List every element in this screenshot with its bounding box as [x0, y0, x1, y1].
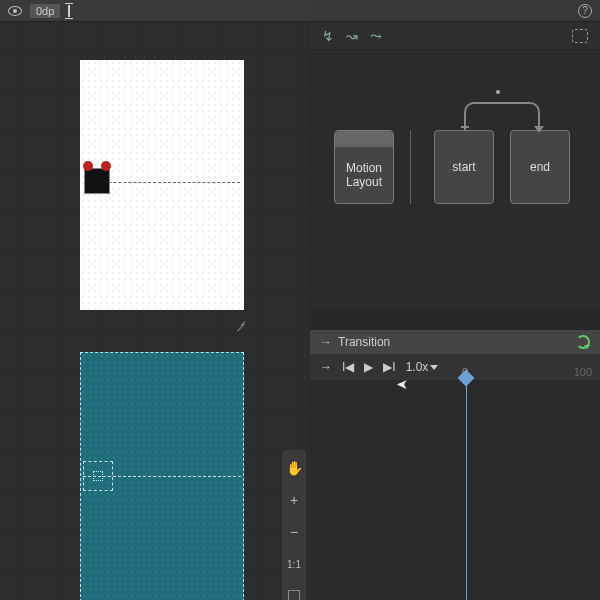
- start-constraintset-node[interactable]: start: [434, 130, 494, 204]
- blueprint-widget-center: [93, 471, 103, 481]
- zoom-toolbar: ✋ + − 1:1: [282, 450, 306, 600]
- create-constraintset-icon[interactable]: ↯: [322, 28, 334, 44]
- design-toolbar: 0dp: [0, 0, 310, 22]
- help-icon[interactable]: ?: [578, 4, 592, 18]
- text-cursor-icon[interactable]: [68, 5, 70, 17]
- zoom-reset-button[interactable]: 1:1: [282, 552, 306, 576]
- transition-edge[interactable]: [464, 102, 540, 130]
- motion-layout-node-header: [335, 131, 393, 147]
- create-transition-icon[interactable]: ↝: [346, 28, 358, 44]
- motion-view-widget[interactable]: [84, 168, 110, 194]
- motion-layout-label-2: Layout: [335, 175, 393, 189]
- zoom-fit-icon[interactable]: [282, 584, 306, 600]
- design-surface-panel: [0, 22, 310, 600]
- end-constraintset-node[interactable]: end: [510, 130, 570, 204]
- cycle-icon[interactable]: [576, 335, 590, 349]
- create-click-icon[interactable]: ⤳: [370, 28, 382, 44]
- skip-back-icon[interactable]: I◀: [342, 360, 354, 374]
- transition-title: Transition: [338, 335, 390, 349]
- design-canvas[interactable]: [80, 60, 244, 310]
- motion-toolbar-strip: ?: [310, 0, 600, 22]
- skip-forward-icon[interactable]: ▶I: [383, 360, 395, 374]
- pan-icon[interactable]: ✋: [282, 456, 306, 480]
- timeline[interactable]: 0 100: [310, 380, 600, 600]
- visibility-icon[interactable]: [8, 6, 22, 16]
- end-label: end: [511, 160, 569, 174]
- playback-speed-label: 1.0x: [406, 360, 429, 374]
- canvas-resize-handle[interactable]: [232, 314, 246, 328]
- surface-icon[interactable]: [572, 29, 588, 43]
- playback-speed-dropdown[interactable]: 1.0x: [406, 360, 439, 374]
- motion-layout-label-1: Motion: [335, 161, 393, 175]
- playhead-line[interactable]: [466, 380, 467, 600]
- mouse-cursor-icon: ➤: [396, 376, 408, 392]
- transition-edge-arrowhead-icon: [534, 126, 544, 133]
- go-to-end-icon[interactable]: →: [320, 360, 332, 374]
- zoom-in-icon[interactable]: +: [282, 488, 306, 512]
- play-icon[interactable]: ▶: [364, 360, 373, 374]
- timeline-end-tick: 100: [574, 366, 592, 378]
- dp-indicator[interactable]: 0dp: [30, 4, 60, 18]
- graph-separator: [410, 130, 411, 204]
- motion-toolbar: ↯ ↝ ⤳: [310, 22, 600, 50]
- transition-playback-toolbar: → I◀ ▶ ▶I 1.0x: [310, 354, 600, 380]
- chevron-down-icon: [430, 365, 438, 370]
- transition-midpoint-icon: [496, 90, 500, 94]
- transition-edge-start-cap: [461, 126, 469, 128]
- blueprint-canvas[interactable]: [80, 352, 244, 600]
- start-label: start: [435, 160, 493, 174]
- transition-panel-header: → Transition: [310, 330, 600, 354]
- transition-arrow-icon: →: [320, 335, 332, 349]
- zoom-out-icon[interactable]: −: [282, 520, 306, 544]
- motion-layout-node[interactable]: Motion Layout: [334, 130, 394, 204]
- motion-graph: Motion Layout start end: [310, 50, 600, 310]
